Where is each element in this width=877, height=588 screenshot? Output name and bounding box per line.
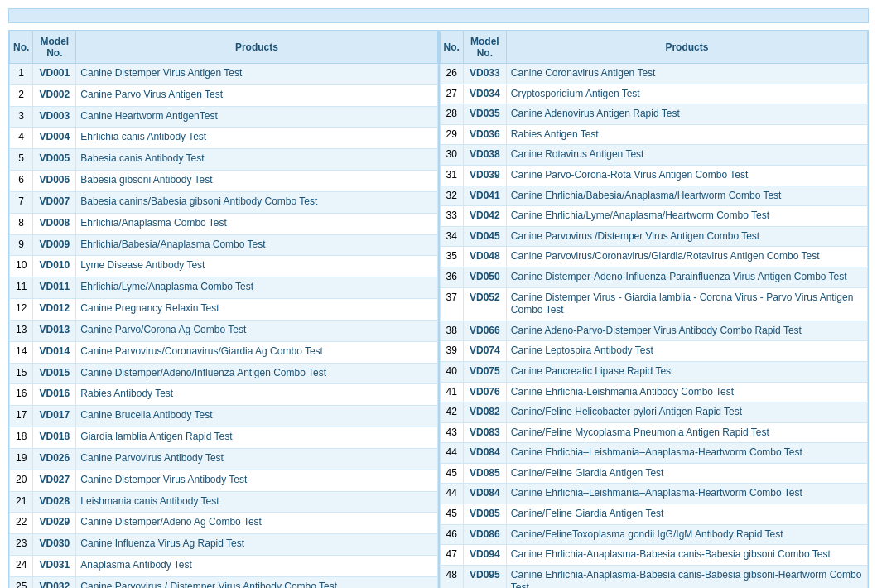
table-row: 23 VD030 Canine Influenza Virus Ag Rapid… [10, 534, 438, 556]
row-no: 30 [440, 145, 463, 166]
row-no: 11 [10, 277, 33, 299]
row-model: VD066 [463, 321, 506, 341]
table-row: 31 VD039 Canine Parvo-Corona-Rota Virus … [440, 165, 868, 186]
table-row: 11 VD011 Ehrlichia/Lyme/Anaplasma Combo … [10, 277, 438, 299]
row-model: VD085 [463, 504, 506, 525]
row-product: Canine Ehrlichia–Leishmania–Anaplasma-He… [506, 484, 867, 504]
row-model: VD015 [33, 363, 76, 384]
table-row: 47 VD094 Canine Ehrlichia-Anaplasma-Babe… [440, 545, 868, 566]
row-model: VD029 [33, 513, 76, 534]
row-no: 4 [10, 128, 33, 149]
row-product: Ehrlichia/Lyme/Anaplasma Combo Test [76, 277, 437, 299]
row-product: Lyme Disease Antibody Test [76, 256, 437, 277]
row-no: 28 [440, 104, 463, 125]
row-no: 46 [440, 524, 463, 545]
row-model: VD052 [463, 287, 506, 321]
row-model: VD035 [463, 104, 506, 125]
row-product: Canine Ehrlichia-Leishmania Antibody Com… [506, 382, 867, 402]
row-product: Babesia gibsoni Antibody Test [76, 171, 437, 192]
table-row: 42 VD082 Canine/Feline Helicobacter pylo… [440, 402, 868, 423]
table-row: 45 VD085 Canine/Feline Giardia Antigen T… [440, 463, 868, 484]
row-no: 35 [440, 247, 463, 267]
row-model: VD009 [33, 234, 76, 256]
table-row: 20 VD027 Canine Distemper Virus Antibody… [10, 470, 438, 491]
row-model: VD033 [463, 64, 506, 84]
row-no: 48 [440, 565, 463, 588]
row-product: Canine Parvovirus Antibody Test [76, 448, 437, 470]
table-row: 2 VD002 Canine Parvo Virus Antigen Test [10, 84, 438, 106]
row-model: VD031 [33, 556, 76, 577]
table-row: 28 VD035 Canine Adenovirus Antigen Rapid… [440, 104, 868, 125]
row-no: 32 [440, 186, 463, 206]
row-no: 1 [10, 64, 33, 85]
row-no: 34 [440, 226, 463, 247]
row-model: VD016 [33, 384, 76, 406]
row-product: Canine/FelineToxoplasma gondii IgG/IgM A… [506, 524, 867, 545]
table-row: 12 VD012 Canine Pregnancy Relaxin Test [10, 299, 438, 321]
table-row: 1 VD001 Canine Distemper Virus Antigen T… [10, 64, 438, 85]
row-no: 33 [440, 206, 463, 227]
row-model: VD008 [33, 213, 76, 234]
right-header-model: Model No. [463, 31, 506, 64]
row-model: VD034 [463, 84, 506, 104]
row-product: Canine Adenovirus Antigen Rapid Test [506, 104, 867, 125]
row-no: 47 [440, 545, 463, 566]
row-no: 21 [10, 491, 33, 513]
row-model: VD084 [463, 443, 506, 464]
row-product: Canine Parvo/Corona Ag Combo Test [76, 320, 437, 341]
row-product: Canine Ehrlichia/Lyme/Anaplasma/Heartwor… [506, 206, 867, 227]
row-model: VD086 [463, 524, 506, 545]
row-no: 16 [10, 384, 33, 406]
row-product: Canine Influenza Virus Ag Rapid Test [76, 534, 437, 556]
row-model: VD001 [33, 64, 76, 85]
row-model: VD038 [463, 145, 506, 166]
row-product: Canine Distemper Virus - Giardia lamblia… [506, 287, 867, 321]
left-header-model: Model No. [33, 31, 76, 64]
right-header-no: No. [440, 31, 463, 64]
row-product: Canine Distemper-Adeno-Influenza-Parainf… [506, 267, 867, 287]
table-row: 9 VD009 Ehrlichia/Babesia/Anaplasma Comb… [10, 234, 438, 256]
row-model: VD048 [463, 247, 506, 267]
table-row: 36 VD050 Canine Distemper-Adeno-Influenz… [440, 267, 868, 287]
table-row: 32 VD041 Canine Ehrlichia/Babesia/Anapla… [440, 186, 868, 206]
table-row: 27 VD034 Cryptosporidium Antigen Test [440, 84, 868, 104]
row-no: 43 [440, 422, 463, 443]
row-model: VD082 [463, 402, 506, 423]
row-no: 45 [440, 463, 463, 484]
row-no: 7 [10, 191, 33, 213]
row-model: VD039 [463, 165, 506, 186]
table-row: 37 VD052 Canine Distemper Virus - Giardi… [440, 287, 868, 321]
table-row: 25 VD032 Canine Parvovirus / Distemper V… [10, 576, 438, 588]
row-model: VD014 [33, 341, 76, 363]
row-model: VD050 [463, 267, 506, 287]
table-row: 41 VD076 Canine Ehrlichia-Leishmania Ant… [440, 382, 868, 402]
page-title [8, 8, 869, 23]
row-product: Canine Parvovirus/Coronavirus/Giardia/Ro… [506, 247, 867, 267]
row-model: VD084 [463, 484, 506, 504]
table-row: 46 VD086 Canine/FelineToxoplasma gondii … [440, 524, 868, 545]
row-no: 6 [10, 171, 33, 192]
row-model: VD036 [463, 124, 506, 145]
row-no: 23 [10, 534, 33, 556]
row-product: Leishmania canis Antibody Test [76, 491, 437, 513]
table-row: 35 VD048 Canine Parvovirus/Coronavirus/G… [440, 247, 868, 267]
row-product: Canine Ehrlichia-Anaplasma-Babesia canis… [506, 545, 867, 566]
row-no: 10 [10, 256, 33, 277]
table-row: 33 VD042 Canine Ehrlichia/Lyme/Anaplasma… [440, 206, 868, 227]
row-no: 36 [440, 267, 463, 287]
row-no: 24 [10, 556, 33, 577]
row-product: Ehrlichia/Babesia/Anaplasma Combo Test [76, 234, 437, 256]
row-model: VD094 [463, 545, 506, 566]
row-product: Canine Parvovirus / Distemper Virus Anti… [76, 576, 437, 588]
row-model: VD042 [463, 206, 506, 227]
row-no: 26 [440, 64, 463, 84]
row-no: 44 [440, 443, 463, 464]
table-row: 8 VD008 Ehrlichia/Anaplasma Combo Test [10, 213, 438, 234]
row-no: 40 [440, 361, 463, 382]
row-product: Canine Ehrlichia-Anaplasma-Babesia canis… [506, 565, 867, 588]
row-product: Canine Leptospira Antibody Test [506, 341, 867, 362]
row-model: VD011 [33, 277, 76, 299]
row-model: VD085 [463, 463, 506, 484]
table-row: 44 VD084 Canine Ehrlichia–Leishmania–Ana… [440, 443, 868, 464]
row-product: Canine Coronavirus Antigen Test [506, 64, 867, 84]
